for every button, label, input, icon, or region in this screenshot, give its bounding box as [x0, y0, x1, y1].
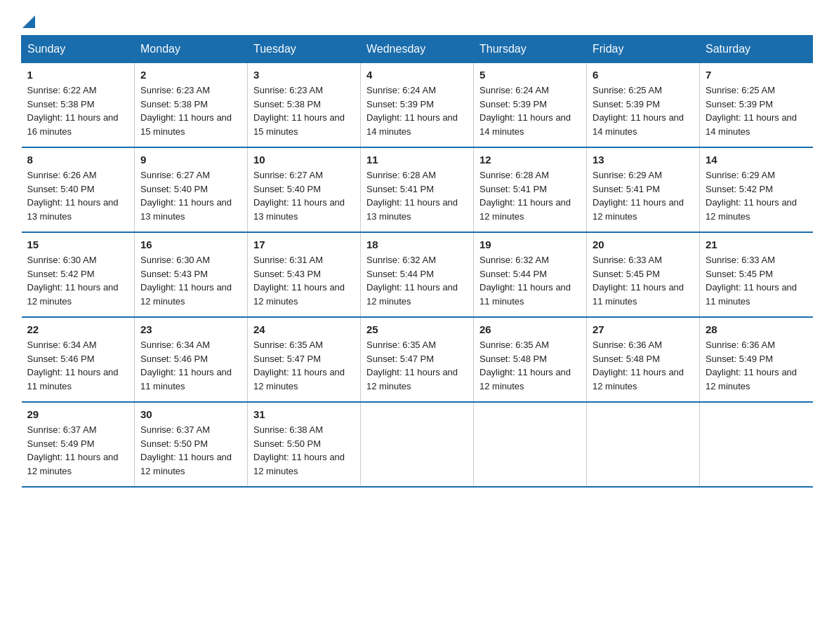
- calendar-header-friday: Friday: [587, 36, 700, 63]
- day-info: Sunrise: 6:34 AMSunset: 5:46 PMDaylight:…: [27, 338, 129, 393]
- calendar-day-cell: 5 Sunrise: 6:24 AMSunset: 5:39 PMDayligh…: [474, 63, 587, 148]
- day-info: Sunrise: 6:38 AMSunset: 5:50 PMDaylight:…: [253, 423, 355, 478]
- day-info: Sunrise: 6:24 AMSunset: 5:39 PMDaylight:…: [479, 83, 581, 138]
- calendar-day-cell: 25 Sunrise: 6:35 AMSunset: 5:47 PMDaylig…: [361, 317, 474, 402]
- day-number: 3: [253, 69, 355, 81]
- calendar-day-cell: 18 Sunrise: 6:32 AMSunset: 5:44 PMDaylig…: [361, 232, 474, 317]
- calendar-day-cell: [700, 402, 813, 487]
- day-number: 4: [366, 69, 468, 81]
- day-number: 19: [479, 239, 581, 250]
- day-info: Sunrise: 6:29 AMSunset: 5:41 PMDaylight:…: [593, 168, 694, 223]
- day-number: 31: [253, 408, 355, 420]
- day-info: Sunrise: 6:22 AMSunset: 5:38 PMDaylight:…: [27, 83, 129, 138]
- day-number: 17: [253, 239, 355, 250]
- day-info: Sunrise: 6:37 AMSunset: 5:49 PMDaylight:…: [27, 423, 129, 478]
- day-number: 11: [366, 154, 468, 166]
- day-number: 1: [27, 69, 129, 81]
- calendar-day-cell: 24 Sunrise: 6:35 AMSunset: 5:47 PMDaylig…: [248, 317, 361, 402]
- calendar-header-wednesday: Wednesday: [361, 36, 474, 63]
- calendar-header-thursday: Thursday: [474, 36, 587, 63]
- calendar-day-cell: [587, 402, 700, 487]
- calendar-header-saturday: Saturday: [700, 36, 813, 63]
- calendar-header-tuesday: Tuesday: [248, 36, 361, 63]
- calendar-day-cell: 27 Sunrise: 6:36 AMSunset: 5:48 PMDaylig…: [587, 317, 700, 402]
- day-number: 30: [140, 408, 241, 420]
- calendar-day-cell: 13 Sunrise: 6:29 AMSunset: 5:41 PMDaylig…: [587, 147, 700, 232]
- calendar-day-cell: 7 Sunrise: 6:25 AMSunset: 5:39 PMDayligh…: [700, 63, 813, 148]
- day-number: 23: [140, 323, 241, 335]
- calendar-day-cell: 9 Sunrise: 6:27 AMSunset: 5:40 PMDayligh…: [135, 147, 248, 232]
- day-info: Sunrise: 6:32 AMSunset: 5:44 PMDaylight:…: [479, 253, 581, 308]
- calendar-day-cell: 4 Sunrise: 6:24 AMSunset: 5:39 PMDayligh…: [361, 63, 474, 148]
- day-info: Sunrise: 6:27 AMSunset: 5:40 PMDaylight:…: [253, 168, 355, 223]
- day-number: 2: [140, 69, 241, 81]
- calendar-day-cell: 29 Sunrise: 6:37 AMSunset: 5:49 PMDaylig…: [22, 402, 135, 487]
- calendar-week-row: 8 Sunrise: 6:26 AMSunset: 5:40 PMDayligh…: [22, 147, 813, 232]
- day-info: Sunrise: 6:33 AMSunset: 5:45 PMDaylight:…: [706, 253, 807, 308]
- day-number: 25: [366, 323, 468, 335]
- calendar-week-row: 15 Sunrise: 6:30 AMSunset: 5:42 PMDaylig…: [22, 232, 813, 317]
- page-header: [21, 14, 813, 28]
- calendar-day-cell: 11 Sunrise: 6:28 AMSunset: 5:41 PMDaylig…: [361, 147, 474, 232]
- calendar-day-cell: 10 Sunrise: 6:27 AMSunset: 5:40 PMDaylig…: [248, 147, 361, 232]
- day-info: Sunrise: 6:30 AMSunset: 5:43 PMDaylight:…: [140, 253, 241, 308]
- day-number: 28: [706, 323, 807, 335]
- day-info: Sunrise: 6:28 AMSunset: 5:41 PMDaylight:…: [366, 168, 468, 223]
- day-number: 8: [27, 154, 129, 166]
- calendar-header-monday: Monday: [135, 36, 248, 63]
- calendar-day-cell: 8 Sunrise: 6:26 AMSunset: 5:40 PMDayligh…: [22, 147, 135, 232]
- calendar-day-cell: 22 Sunrise: 6:34 AMSunset: 5:46 PMDaylig…: [22, 317, 135, 402]
- day-info: Sunrise: 6:27 AMSunset: 5:40 PMDaylight:…: [140, 168, 241, 223]
- day-info: Sunrise: 6:36 AMSunset: 5:48 PMDaylight:…: [593, 338, 694, 393]
- logo-triangle-icon: [22, 15, 35, 28]
- svg-marker-0: [22, 15, 35, 28]
- day-info: Sunrise: 6:23 AMSunset: 5:38 PMDaylight:…: [253, 83, 355, 138]
- day-number: 5: [479, 69, 581, 81]
- day-info: Sunrise: 6:35 AMSunset: 5:47 PMDaylight:…: [366, 338, 468, 393]
- calendar-day-cell: 30 Sunrise: 6:37 AMSunset: 5:50 PMDaylig…: [135, 402, 248, 487]
- day-info: Sunrise: 6:25 AMSunset: 5:39 PMDaylight:…: [593, 83, 694, 138]
- calendar-day-cell: 31 Sunrise: 6:38 AMSunset: 5:50 PMDaylig…: [248, 402, 361, 487]
- calendar-day-cell: 26 Sunrise: 6:35 AMSunset: 5:48 PMDaylig…: [474, 317, 587, 402]
- calendar-header-row: SundayMondayTuesdayWednesdayThursdayFrid…: [22, 36, 813, 63]
- calendar-day-cell: 2 Sunrise: 6:23 AMSunset: 5:38 PMDayligh…: [135, 63, 248, 148]
- day-info: Sunrise: 6:29 AMSunset: 5:42 PMDaylight:…: [706, 168, 807, 223]
- day-number: 22: [27, 323, 129, 335]
- calendar-day-cell: 3 Sunrise: 6:23 AMSunset: 5:38 PMDayligh…: [248, 63, 361, 148]
- calendar-day-cell: [474, 402, 587, 487]
- day-number: 9: [140, 154, 241, 166]
- day-number: 7: [706, 69, 807, 81]
- calendar-day-cell: 19 Sunrise: 6:32 AMSunset: 5:44 PMDaylig…: [474, 232, 587, 317]
- day-info: Sunrise: 6:30 AMSunset: 5:42 PMDaylight:…: [27, 253, 129, 308]
- day-number: 26: [479, 323, 581, 335]
- calendar-table: SundayMondayTuesdayWednesdayThursdayFrid…: [21, 35, 813, 488]
- calendar-day-cell: 21 Sunrise: 6:33 AMSunset: 5:45 PMDaylig…: [700, 232, 813, 317]
- day-info: Sunrise: 6:34 AMSunset: 5:46 PMDaylight:…: [140, 338, 241, 393]
- day-info: Sunrise: 6:36 AMSunset: 5:49 PMDaylight:…: [706, 338, 807, 393]
- day-info: Sunrise: 6:31 AMSunset: 5:43 PMDaylight:…: [253, 253, 355, 308]
- day-info: Sunrise: 6:35 AMSunset: 5:48 PMDaylight:…: [479, 338, 581, 393]
- calendar-day-cell: 28 Sunrise: 6:36 AMSunset: 5:49 PMDaylig…: [700, 317, 813, 402]
- day-number: 24: [253, 323, 355, 335]
- calendar-day-cell: 23 Sunrise: 6:34 AMSunset: 5:46 PMDaylig…: [135, 317, 248, 402]
- calendar-day-cell: 12 Sunrise: 6:28 AMSunset: 5:41 PMDaylig…: [474, 147, 587, 232]
- day-info: Sunrise: 6:32 AMSunset: 5:44 PMDaylight:…: [366, 253, 468, 308]
- day-number: 21: [706, 239, 807, 250]
- day-number: 15: [27, 239, 129, 250]
- calendar-day-cell: 14 Sunrise: 6:29 AMSunset: 5:42 PMDaylig…: [700, 147, 813, 232]
- day-number: 12: [479, 154, 581, 166]
- day-info: Sunrise: 6:23 AMSunset: 5:38 PMDaylight:…: [140, 83, 241, 138]
- day-number: 16: [140, 239, 241, 250]
- day-number: 14: [706, 154, 807, 166]
- day-number: 18: [366, 239, 468, 250]
- day-info: Sunrise: 6:24 AMSunset: 5:39 PMDaylight:…: [366, 83, 468, 138]
- calendar-day-cell: 20 Sunrise: 6:33 AMSunset: 5:45 PMDaylig…: [587, 232, 700, 317]
- day-info: Sunrise: 6:35 AMSunset: 5:47 PMDaylight:…: [253, 338, 355, 393]
- calendar-day-cell: 1 Sunrise: 6:22 AMSunset: 5:38 PMDayligh…: [22, 63, 135, 148]
- day-info: Sunrise: 6:25 AMSunset: 5:39 PMDaylight:…: [706, 83, 807, 138]
- day-number: 27: [593, 323, 694, 335]
- calendar-day-cell: 15 Sunrise: 6:30 AMSunset: 5:42 PMDaylig…: [22, 232, 135, 317]
- calendar-day-cell: 16 Sunrise: 6:30 AMSunset: 5:43 PMDaylig…: [135, 232, 248, 317]
- calendar-day-cell: 17 Sunrise: 6:31 AMSunset: 5:43 PMDaylig…: [248, 232, 361, 317]
- day-number: 29: [27, 408, 129, 420]
